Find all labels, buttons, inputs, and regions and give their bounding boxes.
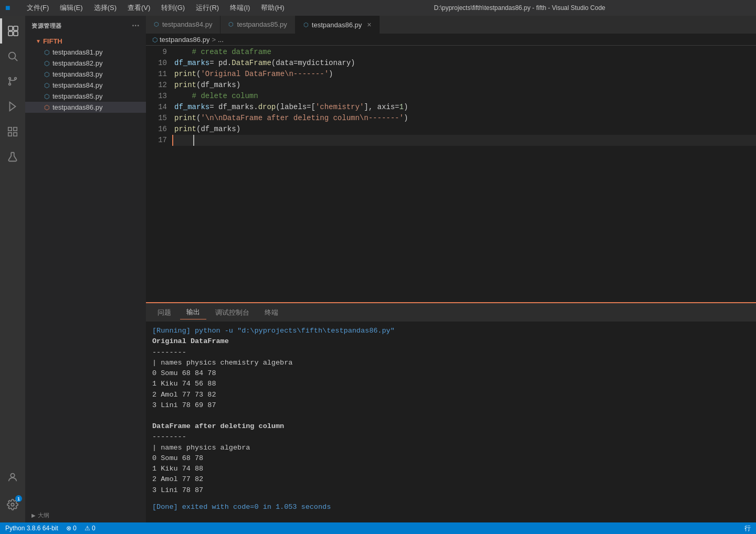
file-icon: ⬡ <box>44 93 49 100</box>
panel: 问题输出调试控制台终端 [Running] python -u "d:\pypr… <box>146 302 756 522</box>
svg-point-14 <box>10 474 14 477</box>
svg-line-5 <box>15 58 17 61</box>
menu-goto[interactable]: 转到(G) <box>157 2 189 14</box>
sidebar-file-testpandas86.py[interactable]: ⬡testpandas86.py <box>25 102 146 113</box>
breadcrumb-filename: testpandas86.py <box>160 36 209 44</box>
sidebar-file-testpandas81.py[interactable]: ⬡testpandas81.py <box>25 47 146 58</box>
panel-tab-终端[interactable]: 终端 <box>258 306 285 319</box>
code-line-14: df_marks = df_marks.drop(labels=['chemis… <box>172 102 756 113</box>
breadcrumb: ⬡ testpandas86.py > ... <box>146 34 756 46</box>
sidebar-file-testpandas83.py[interactable]: ⬡testpandas83.py <box>25 69 146 80</box>
file-icon: ⬡ <box>44 104 49 111</box>
menu-run[interactable]: 运行(R) <box>192 2 223 14</box>
menu-view[interactable]: 查看(V) <box>123 2 154 14</box>
outline-arrow: ▶ <box>32 512 36 518</box>
output-table1-row-2: 2 Amol 77 73 82 <box>152 390 750 400</box>
warning-count[interactable]: ⚠ 0 <box>85 525 96 532</box>
code-line-12: print(df_marks) <box>172 80 756 91</box>
output-table2-row-2: 2 Amol 77 82 <box>152 474 750 485</box>
output-table2-row-0: 0 Somu 68 78 <box>152 453 750 464</box>
sidebar-more-button[interactable]: ··· <box>132 21 140 30</box>
svg-point-6 <box>9 78 11 80</box>
output-table1-row-1: 1 Kiku 74 56 88 <box>152 379 750 389</box>
activity-account[interactable] <box>0 465 25 490</box>
output-done: [Done] exited with code=0 in 1.053 secon… <box>152 502 750 512</box>
sidebar-header: 资源管理器 ··· <box>25 16 146 36</box>
activity-extensions[interactable] <box>0 119 25 144</box>
svg-marker-9 <box>10 102 16 111</box>
main-layout: 1 资源管理器 ··· ▼ FIFTH ⬡testpandas81.py⬡tes… <box>0 16 756 522</box>
activity-bar: 1 <box>0 16 25 522</box>
sidebar-file-testpandas85.py[interactable]: ⬡testpandas85.py <box>25 91 146 102</box>
tab-testpandas84.py[interactable]: ⬡testpandas84.py <box>146 16 220 34</box>
panel-tab-问题[interactable]: 问题 <box>151 306 177 319</box>
code-line-13: # delete column <box>172 91 756 102</box>
activity-settings[interactable]: 1 <box>0 492 25 517</box>
code-line-10: df_marks = pd.DataFrame(data=mydictionar… <box>172 58 756 69</box>
error-count[interactable]: ⊗ 0 <box>66 525 77 532</box>
file-name: testpandas81.py <box>52 48 102 56</box>
panel-tab-调试控制台[interactable]: 调试控制台 <box>209 306 256 319</box>
output-table1-row-0: 0 Somu 68 84 78 <box>152 368 750 379</box>
file-icon: ⬡ <box>44 60 49 67</box>
tab-close-btn[interactable]: × <box>367 20 371 29</box>
sidebar-title: 资源管理器 <box>32 22 62 30</box>
line-col[interactable]: 行 <box>744 524 751 533</box>
svg-rect-2 <box>8 31 13 36</box>
output-original-header: Original DataFrame <box>152 336 750 347</box>
tab-label: testpandas85.py <box>237 20 287 28</box>
breadcrumb-sep: > <box>212 36 216 44</box>
file-name: testpandas86.py <box>52 103 102 111</box>
titlebar: ■ 文件(F) 编辑(E) 选择(S) 查看(V) 转到(G) 运行(R) 终端… <box>0 0 756 16</box>
menu-terminal[interactable]: 终端(I) <box>226 2 254 14</box>
activity-debug[interactable] <box>0 94 25 119</box>
output-table2-row-3: 3 Lini 78 87 <box>152 485 750 496</box>
menu-file[interactable]: 文件(F) <box>23 2 54 14</box>
svg-rect-12 <box>14 133 17 136</box>
activity-source-control[interactable] <box>0 69 25 94</box>
activity-explorer[interactable] <box>0 18 25 44</box>
sidebar-file-testpandas84.py[interactable]: ⬡testpandas84.py <box>25 80 146 91</box>
svg-rect-1 <box>14 26 18 30</box>
activity-flask[interactable] <box>0 144 25 169</box>
output-table2-header: | names physics algebra <box>152 443 750 453</box>
tab-testpandas85.py[interactable]: ⬡testpandas85.py <box>220 16 295 34</box>
svg-point-4 <box>9 52 16 59</box>
code-line-9: # create dataframe <box>172 47 756 58</box>
menu-edit[interactable]: 编辑(E) <box>56 2 87 14</box>
outline-section[interactable]: ▶ 大纲 <box>25 508 146 522</box>
status-bar: Python 3.8.6 64-bit ⊗ 0 ⚠ 0 行 <box>0 522 756 534</box>
code-content[interactable]: # create dataframe df_marks = pd.DataFra… <box>172 46 756 302</box>
svg-rect-10 <box>8 127 12 131</box>
panel-tab-输出[interactable]: 输出 <box>180 305 206 319</box>
code-line-11: print('Original DataFrame\n-------') <box>172 69 756 80</box>
vscode-icon: ■ <box>5 3 10 13</box>
line-numbers: 91011121314151617 <box>146 46 172 302</box>
code-line-17 <box>172 135 756 146</box>
output-table2-row-1: 1 Kiku 74 88 <box>152 464 750 474</box>
file-list: ⬡testpandas81.py⬡testpandas82.py⬡testpan… <box>25 47 146 113</box>
activity-search[interactable] <box>0 44 25 69</box>
breadcrumb-dots: ... <box>218 36 224 44</box>
svg-point-15 <box>11 503 14 506</box>
svg-rect-13 <box>8 133 12 136</box>
sidebar-file-testpandas82.py[interactable]: ⬡testpandas82.py <box>25 58 146 69</box>
folder-fifth[interactable]: ▼ FIFTH <box>25 36 146 47</box>
python-version[interactable]: Python 3.8.6 64-bit <box>5 525 58 532</box>
tab-file-icon: ⬡ <box>228 21 234 28</box>
svg-point-7 <box>9 83 11 86</box>
breadcrumb-file-icon: ⬡ <box>152 36 158 44</box>
tab-testpandas86.py[interactable]: ⬡testpandas86.py× <box>296 16 380 34</box>
output-table1-row-3: 3 Lini 78 69 87 <box>152 400 750 411</box>
menu-help[interactable]: 帮助(H) <box>257 2 288 14</box>
menu-select[interactable]: 选择(S) <box>90 2 121 14</box>
editor-area: ⬡testpandas84.py⬡testpandas85.py⬡testpan… <box>146 16 756 522</box>
svg-rect-0 <box>8 26 13 30</box>
file-name: testpandas82.py <box>52 59 102 67</box>
file-icon: ⬡ <box>44 82 49 89</box>
panel-tabs: 问题输出调试控制台终端 <box>146 303 756 322</box>
output-table1-header: | names physics chemistry algebra <box>152 358 750 368</box>
file-name: testpandas84.py <box>52 81 102 89</box>
svg-rect-3 <box>14 31 18 36</box>
code-editor[interactable]: 91011121314151617 # create dataframe df_… <box>146 46 756 302</box>
